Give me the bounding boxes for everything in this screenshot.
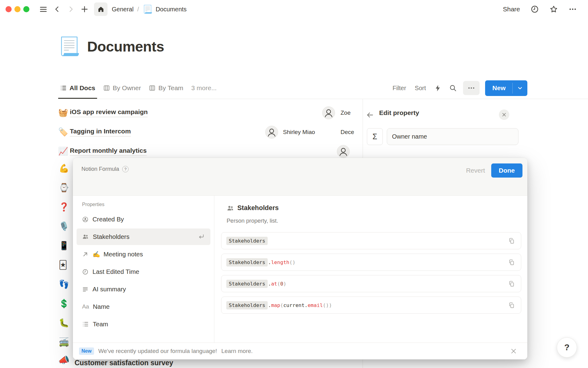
text-type-icon: Aa — [82, 303, 89, 310]
nav-forward-button[interactable] — [66, 4, 76, 14]
property-token: Stakeholders — [226, 301, 268, 309]
revert-button[interactable]: Revert — [464, 164, 487, 177]
copy-icon — [508, 259, 515, 266]
nav-back-button[interactable] — [52, 4, 62, 14]
clock-icon — [530, 5, 539, 13]
minimize-window-button[interactable] — [14, 6, 21, 12]
property-item-team[interactable]: Team — [77, 316, 210, 332]
row-title[interactable]: iOS app review campaign — [70, 108, 148, 117]
new-entry-dropdown-button[interactable] — [513, 80, 527, 96]
search-view-button[interactable] — [447, 82, 459, 94]
tab-all-docs[interactable]: All Docs — [58, 77, 97, 99]
avatar — [265, 126, 278, 139]
panel-back-button[interactable] — [365, 110, 375, 121]
learn-more-link[interactable]: Learn more. — [221, 348, 253, 355]
sidebar-menu-button[interactable] — [38, 4, 49, 15]
property-item-name[interactable]: AaName — [77, 298, 210, 315]
new-tab-button[interactable] — [79, 4, 90, 14]
copy-formula-button[interactable] — [507, 258, 516, 267]
code-token: ( — [277, 281, 280, 287]
panel-close-button[interactable] — [499, 109, 509, 120]
arrow-left-icon — [366, 111, 374, 119]
copy-icon — [508, 281, 515, 287]
property-item-ai-summary[interactable]: AI summary — [77, 281, 210, 297]
property-token: Stakeholders — [226, 237, 268, 245]
detail-title: Stakeholders — [237, 204, 279, 212]
person-circle-icon — [82, 216, 89, 223]
tab-by-owner[interactable]: By Owner — [101, 77, 143, 99]
property-name-input[interactable] — [387, 128, 518, 145]
code-token: ) — [283, 281, 286, 287]
view-options-button[interactable] — [463, 81, 480, 95]
tab-3-more[interactable]: 3 more... — [190, 77, 219, 99]
zoom-window-button[interactable] — [23, 6, 29, 12]
row-emoji: ❓ — [59, 202, 69, 212]
table-row[interactable]: 🏷️Tagging in IntercomShirley MiaoDece — [58, 122, 362, 142]
return-icon — [198, 233, 205, 240]
formula-example-card[interactable]: Stakeholders.at(0) — [221, 275, 521, 292]
page-title: Documents — [87, 38, 164, 55]
automation-button[interactable] — [432, 82, 444, 94]
more-options-button[interactable] — [567, 4, 578, 15]
star-icon — [549, 5, 558, 13]
list-view-icon — [60, 85, 67, 91]
view-bar: All DocsBy OwnerBy Team3 more... Filter … — [58, 77, 527, 99]
home-button[interactable] — [94, 2, 107, 16]
code-token: current — [283, 302, 305, 308]
property-type-button[interactable]: Σ — [367, 128, 383, 145]
copy-formula-button[interactable] — [507, 279, 516, 288]
tab-by-team[interactable]: By Team — [147, 77, 185, 99]
property-item-last-edited-time[interactable]: Last Edited Time — [77, 263, 210, 280]
property-item-meeting-notes[interactable]: ✍️Meeting notes — [77, 246, 210, 263]
updates-button[interactable] — [529, 4, 540, 15]
list-view-icon — [82, 321, 89, 328]
formula-modal-header: Notion Formula ? Revert Done — [73, 158, 527, 195]
property-emoji: ✍️ — [92, 251, 100, 258]
close-icon — [510, 348, 517, 355]
code-token: ()) — [323, 302, 332, 308]
done-button[interactable]: Done — [491, 163, 523, 178]
row-emoji: 🐛 — [59, 318, 69, 328]
formula-example-code: Stakeholders — [226, 237, 268, 245]
properties-list: Created ByStakeholders✍️Meeting notesLas… — [77, 211, 210, 332]
notice-close-button[interactable] — [509, 347, 518, 356]
copy-formula-button[interactable] — [507, 301, 516, 310]
formula-editor-modal: Notion Formula ? Revert Done Properties … — [73, 158, 527, 359]
property-item-stakeholders[interactable]: Stakeholders — [77, 228, 210, 245]
formula-example-card[interactable]: Stakeholders.length() — [221, 254, 521, 271]
ellipsis-icon — [568, 5, 577, 13]
favorite-button[interactable] — [548, 4, 559, 15]
people-icon — [227, 205, 234, 212]
row-emoji: 🃏 — [59, 260, 67, 270]
row-title[interactable]: Report monthly analytics — [70, 147, 147, 156]
copy-formula-button[interactable] — [507, 236, 516, 245]
help-button[interactable]: ? — [557, 337, 577, 358]
formula-example-card[interactable]: Stakeholders — [221, 232, 521, 249]
row-emoji: 🏷️ — [58, 127, 70, 137]
formula-modal-title: Notion Formula — [81, 166, 119, 172]
breadcrumb-page[interactable]: Documents — [156, 6, 187, 13]
breadcrumb-workspace[interactable]: General — [112, 6, 134, 13]
page-emoji[interactable]: 📃 — [58, 37, 80, 55]
owner-name: Zoe — [341, 103, 351, 122]
formula-properties-sidebar: Properties Created ByStakeholders✍️Meeti… — [73, 196, 214, 343]
sort-button[interactable]: Sort — [412, 83, 429, 94]
new-entry-button[interactable]: New — [485, 80, 512, 96]
table-row[interactable]: 🧺iOS app review campaignZoe — [58, 103, 362, 122]
property-item-created-by[interactable]: Created By — [77, 211, 210, 228]
close-window-button[interactable] — [6, 6, 12, 12]
close-icon — [502, 112, 507, 117]
filter-button[interactable]: Filter — [390, 83, 409, 94]
row-emoji: 🧺 — [58, 108, 70, 117]
formula-help-button[interactable]: ? — [122, 166, 129, 172]
property-label: AI summary — [92, 286, 126, 293]
code-token: . — [268, 281, 271, 287]
home-icon — [97, 6, 104, 13]
formula-example-card[interactable]: Stakeholders.map(current.email()) — [221, 297, 521, 314]
formula-modal-actions: Revert Done — [464, 163, 522, 178]
page-header: 📃 Documents — [58, 37, 164, 55]
row-title[interactable]: Tagging in Intercom — [70, 128, 131, 136]
row-title[interactable]: Customer satisfaction survey — [74, 359, 173, 367]
share-button[interactable]: Share — [500, 4, 523, 15]
row-emoji: 💪 — [59, 163, 69, 173]
